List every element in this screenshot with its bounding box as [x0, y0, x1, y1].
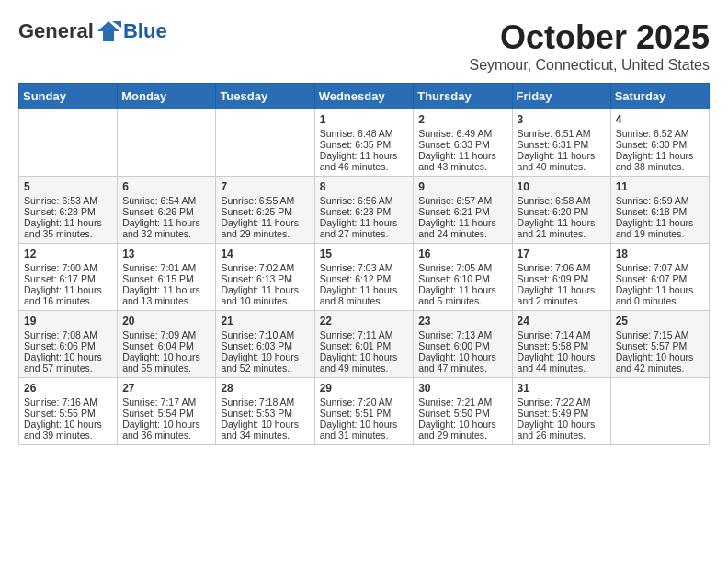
calendar-cell: 28Sunrise: 7:18 AMSunset: 5:53 PMDayligh… [216, 378, 314, 445]
day-info: Daylight: 11 hours and 13 minutes. [122, 284, 210, 306]
day-info: Sunrise: 7:07 AM [616, 262, 704, 273]
day-info: Daylight: 11 hours and 19 minutes. [616, 217, 704, 239]
day-info: Sunset: 5:55 PM [24, 408, 112, 419]
day-info: Daylight: 10 hours and 47 minutes. [418, 351, 506, 373]
calendar-cell: 2Sunrise: 6:49 AMSunset: 6:33 PMDaylight… [414, 109, 512, 177]
weekday-header-thursday: Thursday [414, 84, 512, 109]
day-info: Sunrise: 6:54 AM [122, 195, 210, 206]
day-number: 26 [24, 382, 112, 395]
calendar-week-row: 19Sunrise: 7:08 AMSunset: 6:06 PMDayligh… [19, 311, 710, 378]
calendar-cell: 9Sunrise: 6:57 AMSunset: 6:21 PMDaylight… [414, 177, 512, 244]
day-info: Sunrise: 7:11 AM [320, 329, 409, 340]
calendar-cell [610, 378, 709, 445]
calendar-cell: 19Sunrise: 7:08 AMSunset: 6:06 PMDayligh… [19, 311, 118, 378]
day-info: Sunset: 6:35 PM [320, 139, 409, 150]
day-info: Daylight: 11 hours and 5 minutes. [418, 284, 506, 306]
day-info: Daylight: 10 hours and 52 minutes. [221, 351, 309, 373]
day-info: Daylight: 10 hours and 57 minutes. [24, 351, 112, 373]
day-info: Sunrise: 6:53 AM [24, 195, 112, 206]
day-info: Sunrise: 6:59 AM [616, 195, 704, 206]
day-number: 19 [24, 315, 112, 327]
day-info: Sunrise: 7:22 AM [518, 396, 606, 408]
day-info: Sunrise: 7:16 AM [24, 396, 112, 408]
calendar-cell: 12Sunrise: 7:00 AMSunset: 6:17 PMDayligh… [19, 244, 118, 311]
calendar-cell: 5Sunrise: 6:53 AMSunset: 6:28 PMDaylight… [19, 177, 118, 244]
day-info: Daylight: 10 hours and 26 minutes. [518, 419, 606, 441]
calendar-cell: 11Sunrise: 6:59 AMSunset: 6:18 PMDayligh… [610, 177, 709, 244]
day-info: Sunset: 6:33 PM [418, 139, 506, 150]
day-info: Sunset: 6:12 PM [320, 273, 409, 284]
day-info: Sunrise: 7:05 AM [418, 262, 506, 273]
day-info: Sunrise: 7:10 AM [221, 329, 309, 340]
day-info: Sunset: 5:49 PM [518, 408, 606, 419]
day-number: 13 [122, 247, 210, 260]
calendar-cell: 7Sunrise: 6:55 AMSunset: 6:25 PMDaylight… [216, 177, 314, 244]
day-info: Sunrise: 7:00 AM [24, 262, 112, 273]
day-number: 3 [518, 113, 606, 126]
day-info: Sunrise: 7:01 AM [122, 262, 210, 273]
day-number: 18 [616, 247, 704, 260]
day-number: 21 [221, 315, 309, 327]
calendar-cell: 16Sunrise: 7:05 AMSunset: 6:10 PMDayligh… [414, 244, 512, 311]
day-number: 31 [518, 382, 606, 395]
day-info: Sunset: 5:58 PM [518, 340, 606, 351]
day-info: Sunrise: 7:09 AM [122, 329, 210, 340]
logo-general-text: General [18, 19, 94, 43]
day-info: Daylight: 10 hours and 39 minutes. [24, 419, 112, 441]
day-info: Daylight: 10 hours and 44 minutes. [518, 351, 606, 373]
day-info: Sunrise: 6:55 AM [221, 195, 309, 206]
day-info: Sunset: 6:21 PM [418, 206, 506, 217]
day-info: Daylight: 11 hours and 24 minutes. [418, 217, 506, 239]
day-number: 17 [518, 247, 606, 260]
day-info: Sunset: 6:00 PM [418, 340, 506, 351]
day-number: 15 [320, 247, 409, 260]
day-info: Sunrise: 7:13 AM [418, 329, 506, 340]
calendar-cell: 8Sunrise: 6:56 AMSunset: 6:23 PMDaylight… [314, 177, 414, 244]
logo-blue-text: Blue [123, 19, 167, 43]
calendar-cell [216, 109, 314, 177]
calendar-cell: 22Sunrise: 7:11 AMSunset: 6:01 PMDayligh… [314, 311, 414, 378]
day-info: Sunset: 6:28 PM [24, 206, 112, 217]
day-info: Sunrise: 7:06 AM [518, 262, 606, 273]
calendar-cell: 13Sunrise: 7:01 AMSunset: 6:15 PMDayligh… [118, 244, 216, 311]
location: Seymour, Connecticut, United States [470, 57, 710, 74]
day-info: Sunset: 6:18 PM [616, 206, 704, 217]
day-number: 1 [320, 113, 409, 126]
day-number: 16 [418, 247, 506, 260]
calendar-cell: 17Sunrise: 7:06 AMSunset: 6:09 PMDayligh… [512, 244, 610, 311]
day-number: 4 [616, 113, 704, 126]
weekday-header-row: SundayMondayTuesdayWednesdayThursdayFrid… [19, 84, 710, 109]
page-header: General Blue October 2025 Seymour, Conne… [18, 18, 710, 74]
day-number: 20 [122, 315, 210, 327]
month-title: October 2025 [470, 18, 710, 57]
day-number: 14 [221, 247, 309, 260]
title-section: October 2025 Seymour, Connecticut, Unite… [470, 18, 710, 74]
calendar-cell: 30Sunrise: 7:21 AMSunset: 5:50 PMDayligh… [414, 378, 512, 445]
day-info: Sunrise: 7:15 AM [616, 329, 704, 340]
day-info: Daylight: 10 hours and 49 minutes. [320, 351, 409, 373]
day-number: 11 [616, 180, 704, 193]
day-info: Daylight: 11 hours and 8 minutes. [320, 284, 409, 306]
day-number: 23 [418, 315, 506, 327]
weekday-header-monday: Monday [118, 84, 216, 109]
day-info: Sunrise: 7:02 AM [221, 262, 309, 273]
weekday-header-friday: Friday [512, 84, 610, 109]
calendar-cell: 3Sunrise: 6:51 AMSunset: 6:31 PMDaylight… [512, 109, 610, 177]
day-info: Daylight: 11 hours and 46 minutes. [320, 150, 409, 172]
calendar-cell: 29Sunrise: 7:20 AMSunset: 5:51 PMDayligh… [314, 378, 414, 445]
day-info: Sunrise: 7:08 AM [24, 329, 112, 340]
day-number: 9 [418, 180, 506, 193]
logo: General Blue [18, 18, 167, 44]
day-info: Sunrise: 6:48 AM [320, 128, 409, 139]
weekday-header-wednesday: Wednesday [314, 84, 414, 109]
day-number: 7 [221, 180, 309, 193]
day-number: 12 [24, 247, 112, 260]
day-info: Sunset: 6:23 PM [320, 206, 409, 217]
calendar-cell: 25Sunrise: 7:15 AMSunset: 5:57 PMDayligh… [610, 311, 709, 378]
day-info: Daylight: 10 hours and 36 minutes. [122, 419, 210, 441]
day-info: Sunrise: 6:57 AM [418, 195, 506, 206]
day-number: 10 [518, 180, 606, 193]
calendar-cell: 21Sunrise: 7:10 AMSunset: 6:03 PMDayligh… [216, 311, 314, 378]
day-info: Daylight: 11 hours and 21 minutes. [518, 217, 606, 239]
day-info: Daylight: 10 hours and 55 minutes. [122, 351, 210, 373]
